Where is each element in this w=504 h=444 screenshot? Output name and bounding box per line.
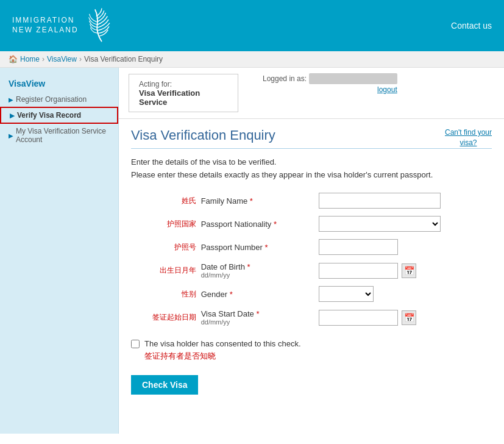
breadcrumb: 🏠 Home › VisaView › Visa Verification En… [0, 51, 504, 68]
dob-input-cell: 📅 [316, 259, 492, 282]
intro-subtext: Please enter these details exactly as th… [131, 170, 492, 179]
sidebar-item-verify-visa[interactable]: ▶ Verify Visa Record [0, 107, 118, 124]
passport-nationality-row: 护照国家 Passport Nationality * [131, 212, 492, 235]
visa-start-row: 签证起始日期 Visa Start Date * dd/mm/yy 📅 [131, 306, 492, 329]
arrow-icon-account: ▶ [9, 132, 13, 139]
dob-input[interactable] [319, 263, 398, 279]
passport-nationality-select[interactable] [319, 216, 441, 232]
sidebar-item-my-account[interactable]: ▶ My Visa Verification Service Account [0, 124, 118, 147]
heading-row: Can't find yourvisa? Visa Verification E… [131, 127, 492, 157]
main-layout: VisaView ▶ Register Organisation ▶ Verif… [0, 68, 504, 434]
sidebar-label-register: Register Organisation [16, 95, 87, 104]
dob-group: 📅 [319, 263, 489, 279]
info-bar: Acting for: Visa VerificationService Log… [119, 68, 504, 119]
sidebar-title[interactable]: VisaView [0, 75, 118, 92]
passport-number-required: * [264, 243, 268, 252]
logo-line2: NEW ZEALAND [12, 26, 79, 35]
sidebar-label-account: My Visa Verification Service Account [16, 127, 110, 144]
passport-nationality-required: * [274, 220, 277, 229]
passport-number-input[interactable] [319, 239, 398, 255]
breadcrumb-visaview[interactable]: VisaView [47, 55, 77, 63]
acting-for-value: Visa VerificationService [139, 88, 228, 107]
gender-select[interactable] [319, 286, 374, 302]
gender-input-cell [316, 282, 492, 306]
check-visa-button[interactable]: Check Visa [131, 375, 198, 395]
cant-find-link[interactable]: Can't find yourvisa? [445, 127, 492, 148]
sidebar-item-register-org[interactable]: ▶ Register Organisation [0, 92, 118, 107]
passport-number-input-cell [316, 235, 492, 259]
passport-number-cn: 护照号 [131, 235, 199, 259]
acting-for-label: Acting for: [139, 80, 172, 88]
dob-row: 出生日月年 Date of Birth * dd/mm/yy 📅 [131, 259, 492, 282]
logged-in-row: Logged in as: ██████████ [263, 74, 397, 83]
family-name-required: * [250, 196, 253, 206]
visa-start-group: 📅 [319, 310, 489, 326]
breadcrumb-home[interactable]: Home [20, 55, 40, 63]
logo-text: IMMIGRATION NEW ZEALAND [12, 16, 79, 35]
intro-text: Enter the details of the visa to be veri… [131, 157, 492, 167]
consent-label: The visa holder has consented to this ch… [144, 339, 301, 348]
gender-row: 性别 Gender * [131, 282, 492, 306]
family-name-input-cell [316, 189, 492, 212]
passport-nationality-cn: 护照国家 [131, 212, 199, 235]
family-name-input[interactable] [319, 193, 441, 209]
header: IMMIGRATION NEW ZEALAND [0, 0, 504, 51]
gender-cn: 性别 [131, 282, 199, 306]
passport-number-en: Passport Number * [199, 235, 317, 259]
visa-start-input[interactable] [319, 310, 398, 326]
family-name-cn: 姓氏 [131, 189, 199, 212]
visa-start-sublabel: dd/mm/yy [201, 318, 314, 326]
passport-number-row: 护照号 Passport Number * [131, 235, 492, 259]
home-icon: 🏠 [9, 55, 18, 63]
visa-start-calendar-icon[interactable]: 📅 [402, 310, 416, 325]
logged-in-label: Logged in as: [263, 74, 307, 83]
logo-area: IMMIGRATION NEW ZEALAND [12, 5, 120, 46]
consent-checkbox[interactable] [131, 340, 140, 348]
sidebar: VisaView ▶ Register Organisation ▶ Verif… [0, 68, 119, 434]
consent-cn: 签证持有者是否知晓 [144, 351, 492, 362]
dob-calendar-icon[interactable]: 📅 [402, 263, 416, 278]
sidebar-label-verify: Verify Visa Record [17, 111, 81, 120]
form-area: Can't find yourvisa? Visa Verification E… [119, 119, 504, 403]
consent-row: The visa holder has consented to this ch… [131, 339, 492, 348]
arrow-icon-verify: ▶ [10, 112, 15, 119]
dob-required: * [247, 262, 250, 271]
fern-icon [83, 5, 120, 46]
form-table: 姓氏 Family Name * 护照国家 Passport N [131, 189, 492, 329]
logo-line1: IMMIGRATION [12, 16, 79, 26]
dob-sublabel: dd/mm/yy [201, 271, 314, 279]
page-title: Visa Verification Enquiry [131, 127, 492, 149]
acting-for-box: Acting for: Visa VerificationService [129, 74, 238, 112]
breadcrumb-sep2: › [79, 55, 82, 63]
breadcrumb-current: Visa Verification Enquiry [84, 55, 163, 63]
family-name-en: Family Name * [199, 189, 317, 212]
dob-en: Date of Birth * dd/mm/yy [199, 259, 317, 282]
breadcrumb-sep1: › [42, 55, 44, 63]
passport-nationality-en: Passport Nationality * [199, 212, 317, 235]
visa-start-cn: 签证起始日期 [131, 306, 199, 329]
family-name-row: 姓氏 Family Name * [131, 189, 492, 212]
passport-nationality-input-cell [316, 212, 492, 235]
content: Acting for: Visa VerificationService Log… [119, 68, 504, 434]
gender-en: Gender * [199, 282, 317, 306]
login-box: Logged in as: ██████████ logout [263, 74, 397, 94]
gender-required: * [230, 290, 233, 299]
visa-start-input-cell: 📅 [316, 306, 492, 329]
arrow-icon-register: ▶ [9, 96, 13, 103]
logged-in-user: ██████████ [309, 73, 397, 84]
contact-us-link[interactable]: Contact us [451, 21, 492, 30]
logout-link[interactable]: logout [377, 85, 397, 94]
visa-start-required: * [256, 309, 259, 318]
dob-cn: 出生日月年 [131, 259, 199, 282]
visa-start-en: Visa Start Date * dd/mm/yy [199, 306, 317, 329]
